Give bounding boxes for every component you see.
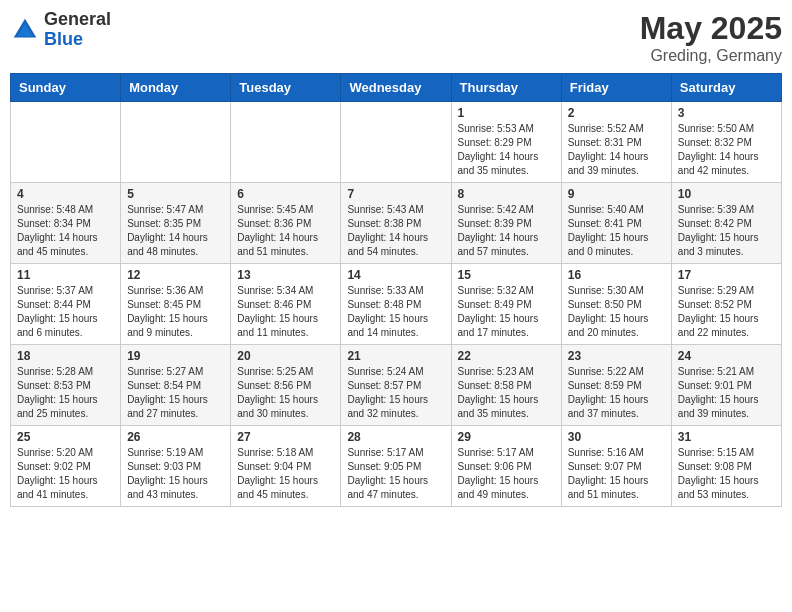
- day-info-31: Sunrise: 5:15 AM Sunset: 9:08 PM Dayligh…: [678, 446, 775, 502]
- logo-general: General: [44, 10, 111, 30]
- day-info-23: Sunrise: 5:22 AM Sunset: 8:59 PM Dayligh…: [568, 365, 665, 421]
- cell-week1-day2: [121, 102, 231, 183]
- cell-week4-day7: 24Sunrise: 5:21 AM Sunset: 9:01 PM Dayli…: [671, 345, 781, 426]
- header-tuesday: Tuesday: [231, 74, 341, 102]
- title-section: May 2025 Greding, Germany: [640, 10, 782, 65]
- day-info-25: Sunrise: 5:20 AM Sunset: 9:02 PM Dayligh…: [17, 446, 114, 502]
- day-number-21: 21: [347, 349, 444, 363]
- cell-week5-day4: 28Sunrise: 5:17 AM Sunset: 9:05 PM Dayli…: [341, 426, 451, 507]
- day-info-14: Sunrise: 5:33 AM Sunset: 8:48 PM Dayligh…: [347, 284, 444, 340]
- day-number-19: 19: [127, 349, 224, 363]
- day-number-3: 3: [678, 106, 775, 120]
- cell-week1-day7: 3Sunrise: 5:50 AM Sunset: 8:32 PM Daylig…: [671, 102, 781, 183]
- day-info-5: Sunrise: 5:47 AM Sunset: 8:35 PM Dayligh…: [127, 203, 224, 259]
- day-info-15: Sunrise: 5:32 AM Sunset: 8:49 PM Dayligh…: [458, 284, 555, 340]
- header-friday: Friday: [561, 74, 671, 102]
- cell-week1-day6: 2Sunrise: 5:52 AM Sunset: 8:31 PM Daylig…: [561, 102, 671, 183]
- cell-week3-day6: 16Sunrise: 5:30 AM Sunset: 8:50 PM Dayli…: [561, 264, 671, 345]
- week-row-2: 4Sunrise: 5:48 AM Sunset: 8:34 PM Daylig…: [11, 183, 782, 264]
- day-info-20: Sunrise: 5:25 AM Sunset: 8:56 PM Dayligh…: [237, 365, 334, 421]
- day-number-16: 16: [568, 268, 665, 282]
- cell-week3-day3: 13Sunrise: 5:34 AM Sunset: 8:46 PM Dayli…: [231, 264, 341, 345]
- day-number-5: 5: [127, 187, 224, 201]
- day-info-26: Sunrise: 5:19 AM Sunset: 9:03 PM Dayligh…: [127, 446, 224, 502]
- day-number-14: 14: [347, 268, 444, 282]
- day-info-29: Sunrise: 5:17 AM Sunset: 9:06 PM Dayligh…: [458, 446, 555, 502]
- calendar-table: SundayMondayTuesdayWednesdayThursdayFrid…: [10, 73, 782, 507]
- header-sunday: Sunday: [11, 74, 121, 102]
- cell-week2-day1: 4Sunrise: 5:48 AM Sunset: 8:34 PM Daylig…: [11, 183, 121, 264]
- header-monday: Monday: [121, 74, 231, 102]
- day-number-29: 29: [458, 430, 555, 444]
- day-info-18: Sunrise: 5:28 AM Sunset: 8:53 PM Dayligh…: [17, 365, 114, 421]
- cell-week5-day7: 31Sunrise: 5:15 AM Sunset: 9:08 PM Dayli…: [671, 426, 781, 507]
- cell-week5-day3: 27Sunrise: 5:18 AM Sunset: 9:04 PM Dayli…: [231, 426, 341, 507]
- cell-week2-day4: 7Sunrise: 5:43 AM Sunset: 8:38 PM Daylig…: [341, 183, 451, 264]
- cell-week4-day3: 20Sunrise: 5:25 AM Sunset: 8:56 PM Dayli…: [231, 345, 341, 426]
- day-number-13: 13: [237, 268, 334, 282]
- day-info-8: Sunrise: 5:42 AM Sunset: 8:39 PM Dayligh…: [458, 203, 555, 259]
- day-info-28: Sunrise: 5:17 AM Sunset: 9:05 PM Dayligh…: [347, 446, 444, 502]
- day-info-13: Sunrise: 5:34 AM Sunset: 8:46 PM Dayligh…: [237, 284, 334, 340]
- cell-week5-day1: 25Sunrise: 5:20 AM Sunset: 9:02 PM Dayli…: [11, 426, 121, 507]
- day-number-10: 10: [678, 187, 775, 201]
- day-info-1: Sunrise: 5:53 AM Sunset: 8:29 PM Dayligh…: [458, 122, 555, 178]
- day-number-18: 18: [17, 349, 114, 363]
- week-row-4: 18Sunrise: 5:28 AM Sunset: 8:53 PM Dayli…: [11, 345, 782, 426]
- cell-week2-day2: 5Sunrise: 5:47 AM Sunset: 8:35 PM Daylig…: [121, 183, 231, 264]
- day-info-2: Sunrise: 5:52 AM Sunset: 8:31 PM Dayligh…: [568, 122, 665, 178]
- cell-week3-day7: 17Sunrise: 5:29 AM Sunset: 8:52 PM Dayli…: [671, 264, 781, 345]
- cell-week5-day2: 26Sunrise: 5:19 AM Sunset: 9:03 PM Dayli…: [121, 426, 231, 507]
- cell-week1-day4: [341, 102, 451, 183]
- cell-week1-day5: 1Sunrise: 5:53 AM Sunset: 8:29 PM Daylig…: [451, 102, 561, 183]
- day-number-12: 12: [127, 268, 224, 282]
- cell-week4-day4: 21Sunrise: 5:24 AM Sunset: 8:57 PM Dayli…: [341, 345, 451, 426]
- week-row-3: 11Sunrise: 5:37 AM Sunset: 8:44 PM Dayli…: [11, 264, 782, 345]
- logo-blue: Blue: [44, 30, 111, 50]
- cell-week1-day3: [231, 102, 341, 183]
- day-info-24: Sunrise: 5:21 AM Sunset: 9:01 PM Dayligh…: [678, 365, 775, 421]
- cell-week4-day6: 23Sunrise: 5:22 AM Sunset: 8:59 PM Dayli…: [561, 345, 671, 426]
- week-row-1: 1Sunrise: 5:53 AM Sunset: 8:29 PM Daylig…: [11, 102, 782, 183]
- week-row-5: 25Sunrise: 5:20 AM Sunset: 9:02 PM Dayli…: [11, 426, 782, 507]
- cell-week1-day1: [11, 102, 121, 183]
- day-info-10: Sunrise: 5:39 AM Sunset: 8:42 PM Dayligh…: [678, 203, 775, 259]
- day-number-8: 8: [458, 187, 555, 201]
- day-info-16: Sunrise: 5:30 AM Sunset: 8:50 PM Dayligh…: [568, 284, 665, 340]
- day-number-26: 26: [127, 430, 224, 444]
- header-saturday: Saturday: [671, 74, 781, 102]
- day-number-31: 31: [678, 430, 775, 444]
- day-number-4: 4: [17, 187, 114, 201]
- day-info-11: Sunrise: 5:37 AM Sunset: 8:44 PM Dayligh…: [17, 284, 114, 340]
- day-number-20: 20: [237, 349, 334, 363]
- header-wednesday: Wednesday: [341, 74, 451, 102]
- day-number-27: 27: [237, 430, 334, 444]
- day-info-19: Sunrise: 5:27 AM Sunset: 8:54 PM Dayligh…: [127, 365, 224, 421]
- cell-week4-day2: 19Sunrise: 5:27 AM Sunset: 8:54 PM Dayli…: [121, 345, 231, 426]
- day-number-17: 17: [678, 268, 775, 282]
- day-info-9: Sunrise: 5:40 AM Sunset: 8:41 PM Dayligh…: [568, 203, 665, 259]
- day-number-23: 23: [568, 349, 665, 363]
- cell-week3-day2: 12Sunrise: 5:36 AM Sunset: 8:45 PM Dayli…: [121, 264, 231, 345]
- day-info-21: Sunrise: 5:24 AM Sunset: 8:57 PM Dayligh…: [347, 365, 444, 421]
- day-number-22: 22: [458, 349, 555, 363]
- location-title: Greding, Germany: [640, 47, 782, 65]
- day-number-15: 15: [458, 268, 555, 282]
- day-number-28: 28: [347, 430, 444, 444]
- day-number-2: 2: [568, 106, 665, 120]
- day-number-9: 9: [568, 187, 665, 201]
- day-info-3: Sunrise: 5:50 AM Sunset: 8:32 PM Dayligh…: [678, 122, 775, 178]
- day-number-30: 30: [568, 430, 665, 444]
- cell-week2-day5: 8Sunrise: 5:42 AM Sunset: 8:39 PM Daylig…: [451, 183, 561, 264]
- cell-week2-day7: 10Sunrise: 5:39 AM Sunset: 8:42 PM Dayli…: [671, 183, 781, 264]
- day-number-1: 1: [458, 106, 555, 120]
- cell-week3-day4: 14Sunrise: 5:33 AM Sunset: 8:48 PM Dayli…: [341, 264, 451, 345]
- day-info-22: Sunrise: 5:23 AM Sunset: 8:58 PM Dayligh…: [458, 365, 555, 421]
- day-info-12: Sunrise: 5:36 AM Sunset: 8:45 PM Dayligh…: [127, 284, 224, 340]
- cell-week4-day1: 18Sunrise: 5:28 AM Sunset: 8:53 PM Dayli…: [11, 345, 121, 426]
- day-number-7: 7: [347, 187, 444, 201]
- day-number-6: 6: [237, 187, 334, 201]
- cell-week4-day5: 22Sunrise: 5:23 AM Sunset: 8:58 PM Dayli…: [451, 345, 561, 426]
- day-info-30: Sunrise: 5:16 AM Sunset: 9:07 PM Dayligh…: [568, 446, 665, 502]
- cell-week3-day5: 15Sunrise: 5:32 AM Sunset: 8:49 PM Dayli…: [451, 264, 561, 345]
